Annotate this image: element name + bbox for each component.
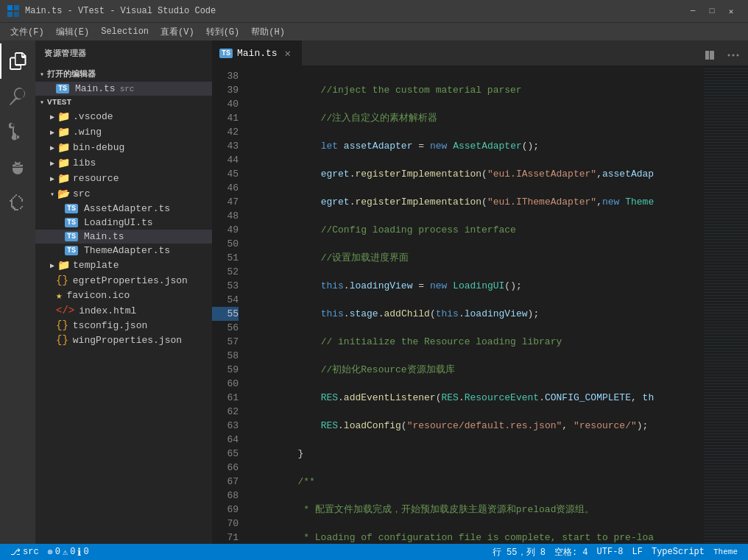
folder-libs[interactable]: ▶ 📁 libs — [35, 155, 212, 171]
folder-bin-debug[interactable]: ▶ 📁 bin-debug — [35, 140, 212, 155]
error-count: 0 — [55, 547, 60, 557]
status-left: ⎇ src ⊗ 0 ⚠ 0 ℹ 0 — [6, 546, 94, 559]
folder-icon-resource: 📁 — [57, 172, 70, 185]
git-icon: ⎇ — [10, 547, 21, 558]
menu-item-file[interactable]: 文件(F) — [4, 24, 50, 40]
file-label-loading: LoadingUI.ts — [84, 217, 153, 228]
split-editor-icon[interactable] — [699, 45, 720, 65]
folder-icon-src: 📂 — [57, 188, 70, 200]
project-header[interactable]: ▾ VTEST — [35, 96, 212, 109]
close-button[interactable]: ✕ — [721, 4, 741, 18]
folder-label-bin: bin-debug — [73, 142, 124, 153]
file-egret-props[interactable]: {} egretProperties.json — [35, 273, 212, 288]
activity-icon-explorer[interactable] — [0, 43, 35, 79]
more-actions-icon[interactable] — [723, 45, 744, 65]
code-line-42: egret.registerImplementation("eui.ITheme… — [252, 195, 704, 209]
folder-icon-bin: 📁 — [57, 141, 70, 154]
favicon-icon: ★ — [56, 289, 62, 302]
folder-arrow-resource: ▶ — [50, 174, 54, 183]
folder-icon-libs: 📁 — [57, 157, 70, 169]
status-spaces[interactable]: 空格: 4 — [550, 546, 593, 559]
code-line-49: RES.addEventListener(RES.ResourceEvent.C… — [252, 391, 704, 405]
file-asset-adapter[interactable]: TS AssetAdapter.ts — [35, 202, 212, 216]
file-wing-props[interactable]: {} wingProperties.json — [35, 333, 212, 347]
maximize-button[interactable]: □ — [702, 4, 721, 18]
folder-wing[interactable]: ▶ 📁 .wing — [35, 124, 212, 140]
sidebar: 资源管理器 ▾ 打开的编辑器 TS Main.ts src ▾ VTEST — [35, 40, 212, 544]
file-index-html[interactable]: </> index.html — [35, 303, 212, 318]
code-line-51: } — [252, 447, 704, 461]
code-line-50: RES.loadConfig("resource/default.res.jso… — [252, 419, 704, 433]
folder-icon-wing: 📁 — [57, 126, 70, 138]
folder-arrow-wing: ▶ — [50, 128, 54, 137]
tab-close-icon[interactable]: ✕ — [282, 47, 294, 59]
open-editors-arrow: ▾ — [40, 70, 44, 79]
file-theme-adapter[interactable]: TS ThemeAdapter.ts — [35, 244, 212, 258]
open-editors-label: 打开的编辑器 — [47, 68, 96, 79]
tab-actions — [695, 45, 748, 65]
folder-label-src: src — [73, 188, 90, 199]
menu-item-view[interactable]: 直看(V) — [155, 24, 200, 40]
menu-item-goto[interactable]: 转到(G) — [200, 24, 246, 40]
folder-vscode[interactable]: ▶ 📁 .vscode — [35, 109, 212, 124]
open-editors-section: ▾ 打开的编辑器 TS Main.ts src — [35, 66, 212, 96]
title-bar: Main.ts - VTest - Visual Studio Code ─ □… — [0, 0, 748, 22]
ts-badge-main: TS — [65, 232, 78, 241]
activity-icon-extensions[interactable] — [0, 185, 35, 220]
code-line-44: //设置加载进度界面 — [252, 251, 704, 265]
svg-point-6 — [737, 54, 739, 57]
status-theme[interactable]: Theme — [709, 547, 742, 556]
tab-bar: TS Main.ts ✕ — [212, 40, 748, 66]
file-label-wing: wingProperties.json — [73, 335, 182, 346]
svg-point-5 — [733, 54, 735, 57]
json-icon-tsconfig: {} — [56, 319, 68, 331]
file-label-index: index.html — [79, 305, 136, 316]
code-line-43: //Config loading process interface — [252, 223, 704, 237]
file-label-asset: AssetAdapter.ts — [84, 203, 170, 214]
code-line-54: * Loading of configuration file is compl… — [252, 531, 704, 544]
minimize-button[interactable]: ─ — [683, 4, 702, 18]
code-line-48: //初始化Resource资源加载库 — [252, 363, 704, 377]
status-errors[interactable]: ⊗ 0 ⚠ 0 ℹ 0 — [43, 546, 94, 559]
code-editor[interactable]: 38 39 40 41 42 43 44 45 46 47 48 49 50 5… — [212, 66, 748, 544]
code-line-40: let assetAdapter = new AssetAdapter(); — [252, 139, 704, 153]
folder-arrow-vscode: ▶ — [50, 113, 54, 121]
status-position[interactable]: 行 55，列 8 — [488, 546, 550, 559]
status-branch[interactable]: ⎇ src — [6, 547, 43, 558]
open-editors-header[interactable]: ▾ 打开的编辑器 — [35, 66, 212, 82]
menu-item-help[interactable]: 帮助(H) — [245, 24, 291, 40]
project-arrow: ▾ — [40, 98, 44, 107]
code-line-53: * 配置文件加载完成，开始预加载皮肤主题资源和preload资源组。 — [252, 503, 704, 517]
folder-template[interactable]: ▶ 📁 template — [35, 258, 212, 273]
status-line-ending[interactable]: LF — [628, 547, 647, 557]
status-language[interactable]: TypeScript — [647, 547, 709, 557]
code-line-46: this.stage.addChild(this.loadingView); — [252, 307, 704, 321]
activity-icon-source-control[interactable] — [0, 114, 35, 149]
folder-label-template: template — [73, 260, 119, 271]
folder-src[interactable]: ▾ 📂 src — [35, 186, 212, 202]
folder-arrow-src: ▾ — [50, 190, 54, 199]
json-icon-egret: {} — [56, 274, 68, 286]
sidebar-content[interactable]: ▾ 打开的编辑器 TS Main.ts src ▾ VTEST ▶ — [35, 66, 212, 544]
code-content[interactable]: //inject the custom material parser //注入… — [246, 66, 704, 544]
menu-item-selection[interactable]: Selection — [95, 25, 155, 38]
file-tsconfig[interactable]: {} tsconfig.json — [35, 318, 212, 333]
menu-item-edit[interactable]: 编辑(E) — [50, 24, 96, 40]
folder-icon-template: 📁 — [57, 259, 70, 272]
spaces-text: 空格: 4 — [554, 546, 588, 559]
open-editor-item-main[interactable]: TS Main.ts src — [35, 82, 212, 96]
editor-tab-main[interactable]: TS Main.ts ✕ — [212, 40, 302, 65]
code-line-38: //inject the custom material parser — [252, 83, 704, 97]
tab-ts-icon: TS — [219, 49, 233, 58]
folder-label-libs: libs — [73, 157, 96, 169]
activity-icon-search[interactable] — [0, 79, 35, 114]
folder-label-vscode: .vscode — [73, 111, 113, 122]
file-main-ts[interactable]: TS Main.ts — [35, 230, 212, 244]
file-favicon[interactable]: ★ favicon.ico — [35, 288, 212, 303]
folder-resource[interactable]: ▶ 📁 resource — [35, 171, 212, 186]
status-right: 行 55，列 8 空格: 4 UTF-8 LF TypeScript Theme — [488, 546, 742, 559]
activity-icon-debug[interactable] — [0, 149, 35, 185]
file-loading-ui[interactable]: TS LoadingUI.ts — [35, 216, 212, 230]
folder-arrow-template: ▶ — [50, 261, 54, 270]
status-encoding[interactable]: UTF-8 — [593, 547, 628, 557]
